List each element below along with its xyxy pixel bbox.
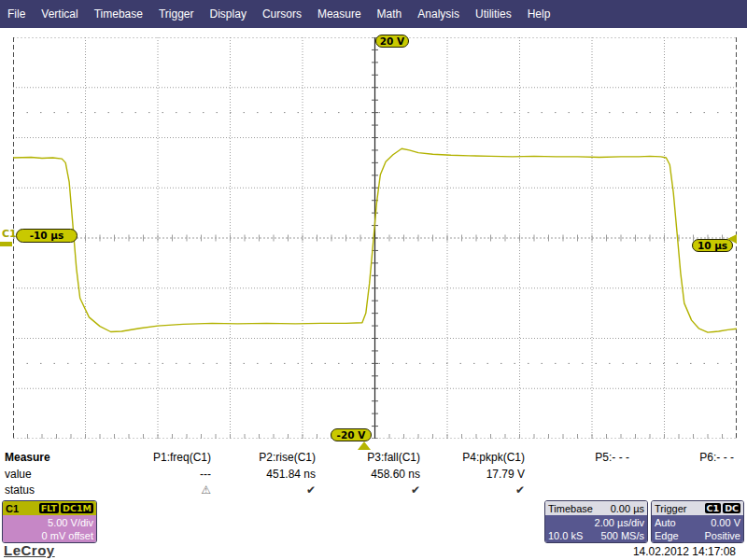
p2-status-check-icon: ✔ (211, 483, 316, 498)
measure-column-p5: P5:- - - (525, 451, 629, 500)
p1-param[interactable]: P1:freq(C1) (106, 451, 211, 468)
p2-param[interactable]: P2:rise(C1) (211, 451, 316, 468)
trigger-mode: Auto (655, 516, 676, 529)
p4-value: 17.79 V (420, 468, 525, 483)
p5-value (525, 468, 629, 483)
menu-help[interactable]: Help (528, 7, 551, 21)
oscilloscope-screen: File Vertical Timebase Trigger Display C… (0, 0, 747, 560)
timebase-time-per-div: 2.00 µs/div (548, 516, 644, 529)
c1-offset: 0 mV offset (6, 529, 93, 542)
measure-column-p1: P1:freq(C1) --- ⚠ (106, 451, 211, 500)
bottom-voltage-indicator: -20 V (331, 428, 372, 441)
menu-math[interactable]: Math (377, 7, 402, 21)
measure-column-p2: P2:rise(C1) 451.84 ns ✔ (211, 451, 316, 500)
top-voltage-indicator: 20 V (375, 35, 409, 48)
trigger-time-marker[interactable] (358, 441, 371, 450)
menu-analysis[interactable]: Analysis (417, 7, 459, 21)
left-time-indicator: -10 µs (16, 229, 78, 243)
p6-param[interactable]: P6:- - - (629, 451, 734, 468)
trigger-level: 0.00 V (711, 516, 740, 529)
timebase-samples: 10.0 kS (548, 529, 583, 542)
c1-filter-badge: FLT (39, 503, 59, 513)
c1-box-title: C1 (6, 503, 19, 514)
p6-status (629, 483, 734, 498)
p1-status-warning-icon: ⚠ (106, 483, 211, 498)
waveform-display-area: 20 V -20 V -10 µs 10 µs C1 (0, 28, 747, 451)
menu-display[interactable]: Display (210, 7, 247, 21)
graticule (13, 37, 737, 439)
p5-status (525, 483, 629, 498)
channel-c1-descriptor-box[interactable]: C1 FLT DC1M 5.00 V/div 0 mV offset (2, 500, 97, 543)
p1-value: --- (106, 468, 211, 483)
p3-value: 458.60 ns (316, 468, 420, 483)
trigger-slope: Positive (704, 529, 740, 542)
menu-timebase[interactable]: Timebase (94, 7, 143, 21)
lecroy-logo: LeCroy (4, 542, 55, 558)
menu-measure[interactable]: Measure (317, 7, 361, 21)
status-row-label: status (5, 483, 106, 499)
c1-volts-per-div: 5.00 V/div (6, 516, 93, 529)
menu-utilities[interactable]: Utilities (475, 7, 512, 21)
menu-cursors[interactable]: Cursors (262, 7, 302, 21)
measure-column-p4: P4:pkpk(C1) 17.79 V ✔ (420, 451, 525, 500)
timebase-sample-rate: 500 MS/s (601, 529, 644, 542)
c1-coupling-badge: DC1M (61, 503, 93, 513)
p4-status-check-icon: ✔ (420, 483, 525, 498)
c1-trace (13, 37, 737, 439)
trigger-coupling-badge: DC (723, 503, 740, 513)
c1-coupling-badges: FLT DC1M (37, 503, 93, 513)
datetime-stamp: 14.02.2012 14:17:08 (633, 545, 736, 558)
trigger-level-marker[interactable] (727, 234, 737, 244)
channel-c1-label: C1 (2, 228, 17, 240)
measure-title: Measure (5, 451, 106, 468)
trigger-source-badge: C1 (705, 503, 722, 513)
p3-status-check-icon: ✔ (316, 483, 420, 498)
menu-bar: File Vertical Timebase Trigger Display C… (0, 0, 747, 28)
channel-offset-marker[interactable] (0, 242, 12, 246)
p5-param[interactable]: P5:- - - (525, 451, 629, 468)
measure-column-p3: P3:fall(C1) 458.60 ns ✔ (316, 451, 420, 500)
p4-param[interactable]: P4:pkpk(C1) (420, 451, 525, 468)
timebase-delay: 0.00 µs (611, 503, 644, 514)
p3-param[interactable]: P3:fall(C1) (316, 451, 420, 468)
trigger-type: Edge (655, 529, 679, 542)
value-row-label: value (5, 468, 106, 483)
measure-panel: Measure value status P1:freq(C1) --- ⚠ P… (0, 451, 747, 500)
timebase-descriptor-box[interactable]: Timebase 0.00 µs 2.00 µs/div 10.0 kS 500… (544, 500, 648, 543)
p6-value (629, 468, 734, 483)
timebase-box-title: Timebase (548, 503, 593, 514)
p2-value: 451.84 ns (211, 468, 316, 483)
menu-trigger[interactable]: Trigger (159, 7, 194, 21)
menu-vertical[interactable]: Vertical (41, 7, 78, 21)
trigger-descriptor-box[interactable]: Trigger C1 DC Auto 0.00 V Edge Positive (651, 500, 744, 543)
trigger-box-title: Trigger (655, 503, 686, 514)
menu-file[interactable]: File (7, 7, 25, 21)
trigger-badges: C1 DC (703, 503, 740, 513)
measure-column-p6: P6:- - - (629, 451, 734, 500)
measure-row-labels: Measure value status (0, 451, 106, 500)
